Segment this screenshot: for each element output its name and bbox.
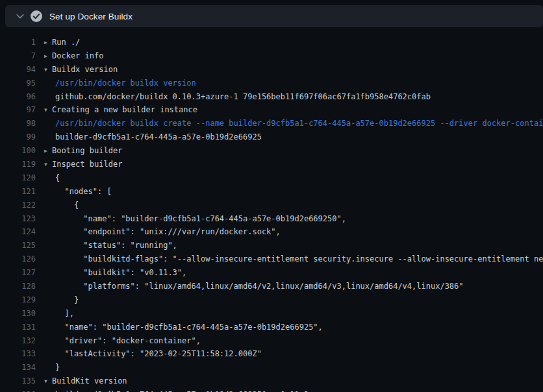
line-number[interactable]: 122 — [0, 199, 36, 212]
disclosure-expanded-icon[interactable]: ▼ — [44, 64, 52, 77]
line-number[interactable]: 130 — [0, 307, 36, 321]
group-title: Buildx version — [52, 65, 118, 74]
line-number[interactable]: 136 — [0, 388, 36, 392]
output-text: { — [55, 201, 79, 210]
output-text: } — [55, 295, 79, 304]
output-text: builder-d9cfb5a1-c764-445a-a57e-0b19d2e6… — [55, 132, 262, 141]
log-line-content: "lastActivity": "2023-02-25T11:58:12.000… — [44, 347, 262, 361]
line-number[interactable]: 128 — [0, 280, 36, 293]
line-number[interactable]: 135 — [0, 374, 36, 388]
line-number[interactable]: 127 — [0, 266, 36, 280]
output-text: "platforms": "linux/amd64,linux/amd64/v2… — [55, 282, 464, 291]
output-text: "endpoint": "unix:///var/run/docker.sock… — [55, 227, 281, 236]
line-number[interactable]: 94 — [0, 63, 36, 77]
log-line-content[interactable]: ▶Booting builder — [44, 144, 122, 158]
log-group-line[interactable]: 1▶Run ./ — [0, 36, 543, 49]
line-number[interactable]: 100 — [0, 144, 36, 158]
line-number[interactable]: 126 — [0, 252, 36, 266]
disclosure-collapsed-icon[interactable]: ▶ — [44, 145, 52, 158]
group-title: Docker info — [52, 51, 103, 60]
log-line-content: } — [44, 293, 79, 307]
command-text: /usr/bin/docker buildx version — [55, 79, 196, 88]
disclosure-expanded-icon[interactable]: ▼ — [44, 104, 52, 117]
log-line-content[interactable]: ▼BuildKit version — [44, 374, 127, 388]
line-number[interactable]: 95 — [0, 77, 36, 90]
log-line-content: "buildkit": "v0.11.3", — [44, 266, 186, 280]
check-circle-icon — [30, 10, 43, 23]
output-text: "buildkitd-flags": "--allow-insecure-ent… — [55, 254, 543, 263]
log-line-content: } — [44, 361, 60, 374]
log-line: 124 "endpoint": "unix:///var/run/docker.… — [0, 225, 543, 239]
line-number[interactable]: 98 — [0, 117, 36, 130]
log-group-line[interactable]: 119▼Inspect builder — [0, 158, 543, 171]
line-number[interactable]: 132 — [0, 334, 36, 348]
log-line: 131 "name": "builder-d9cfb5a1-c764-445a-… — [0, 321, 543, 334]
log-line: 134} — [0, 361, 543, 374]
log-line-content: "driver": "docker-container", — [44, 334, 201, 348]
line-number[interactable]: 1 — [0, 36, 36, 49]
group-title: Run ./ — [52, 38, 80, 47]
log-line-content: "name": "builder-d9cfb5a1-c764-445a-a57e… — [44, 321, 323, 334]
log-line-content[interactable]: ▶Docker info — [44, 49, 103, 63]
line-number[interactable]: 123 — [0, 212, 36, 226]
disclosure-expanded-icon[interactable]: ▼ — [44, 375, 52, 389]
log-group-line[interactable]: 135▼BuildKit version — [0, 374, 543, 388]
output-text: "name": "builder-d9cfb5a1-c764-445a-a57e… — [55, 214, 346, 223]
log-line-content: "endpoint": "unix:///var/run/docker.sock… — [44, 225, 281, 239]
log-group-line[interactable]: 94▼Buildx version — [0, 63, 543, 77]
output-text: "name": "builder-d9cfb5a1-c764-445a-a57e… — [55, 323, 323, 332]
log-line-content: "name": "builder-d9cfb5a1-c764-445a-a57e… — [44, 212, 346, 226]
log-line-content[interactable]: ▼Creating a new builder instance — [44, 103, 197, 117]
line-number[interactable]: 96 — [0, 90, 36, 104]
log-line-content[interactable]: ▼Buildx version — [44, 63, 118, 77]
line-number[interactable]: 125 — [0, 239, 36, 252]
log-line-content: builder-d9cfb5a1-c764-445a-a57e-0b19d2e6… — [44, 388, 309, 392]
log-line: 127 "buildkit": "v0.11.3", — [0, 266, 543, 280]
line-number[interactable]: 120 — [0, 171, 36, 185]
log-line: 120{ — [0, 171, 543, 185]
log-line: 129 } — [0, 293, 543, 307]
log-line: 121 "nodes": [ — [0, 185, 543, 199]
log-line-content[interactable]: ▼Inspect builder — [44, 158, 122, 171]
log-line-content: ], — [44, 307, 74, 321]
log-group-line[interactable]: 100▶Booting builder — [0, 144, 543, 158]
output-text: ], — [55, 309, 74, 318]
group-title: BuildKit version — [52, 376, 127, 386]
line-number[interactable]: 97 — [0, 103, 36, 117]
log-line-content: "platforms": "linux/amd64,linux/amd64/v2… — [44, 280, 464, 293]
log-line: 99builder-d9cfb5a1-c764-445a-a57e-0b19d2… — [0, 130, 543, 144]
log-group-line[interactable]: 97▼Creating a new builder instance — [0, 103, 543, 117]
output-text: "status": "running", — [55, 241, 177, 250]
output-text: { — [55, 173, 60, 182]
line-number[interactable]: 121 — [0, 185, 36, 199]
log-line: 96github.com/docker/buildx 0.10.3+azure-… — [0, 90, 543, 104]
output-text: "nodes": [ — [55, 187, 112, 196]
line-number[interactable]: 129 — [0, 293, 36, 307]
log-line: 98/usr/bin/docker buildx create --name b… — [0, 117, 543, 130]
log-line: 123 "name": "builder-d9cfb5a1-c764-445a-… — [0, 212, 543, 226]
command-text: /usr/bin/docker buildx create --name bui… — [55, 119, 543, 128]
log-line-content: github.com/docker/buildx 0.10.3+azure-1 … — [44, 90, 431, 104]
disclosure-collapsed-icon[interactable]: ▶ — [44, 36, 52, 50]
log-line-content: /usr/bin/docker buildx version — [44, 77, 196, 90]
log-group-line[interactable]: 7▶Docker info — [0, 49, 543, 63]
log-line-content: builder-d9cfb5a1-c764-445a-a57e-0b19d2e6… — [44, 130, 262, 144]
line-number[interactable]: 99 — [0, 130, 36, 144]
log-line-content[interactable]: ▶Run ./ — [44, 36, 80, 49]
line-number[interactable]: 134 — [0, 361, 36, 374]
line-number[interactable]: 7 — [0, 49, 36, 63]
line-number[interactable]: 124 — [0, 225, 36, 239]
line-number[interactable]: 131 — [0, 321, 36, 334]
log-line: 95/usr/bin/docker buildx version — [0, 77, 543, 90]
output-text: "driver": "docker-container", — [55, 336, 201, 345]
line-number[interactable]: 133 — [0, 347, 36, 361]
output-text: "lastActivity": "2023-02-25T11:58:12.000… — [55, 349, 262, 358]
step-header[interactable]: Set up Docker Buildx — [5, 5, 543, 27]
group-title: Booting builder — [52, 146, 122, 155]
line-number[interactable]: 119 — [0, 158, 36, 171]
log-line: 136builder-d9cfb5a1-c764-445a-a57e-0b19d… — [0, 388, 543, 392]
chevron-down-icon[interactable] — [15, 11, 25, 21]
disclosure-expanded-icon[interactable]: ▼ — [44, 158, 52, 172]
log-line-content: "status": "running", — [44, 239, 177, 252]
disclosure-collapsed-icon[interactable]: ▶ — [44, 50, 52, 64]
